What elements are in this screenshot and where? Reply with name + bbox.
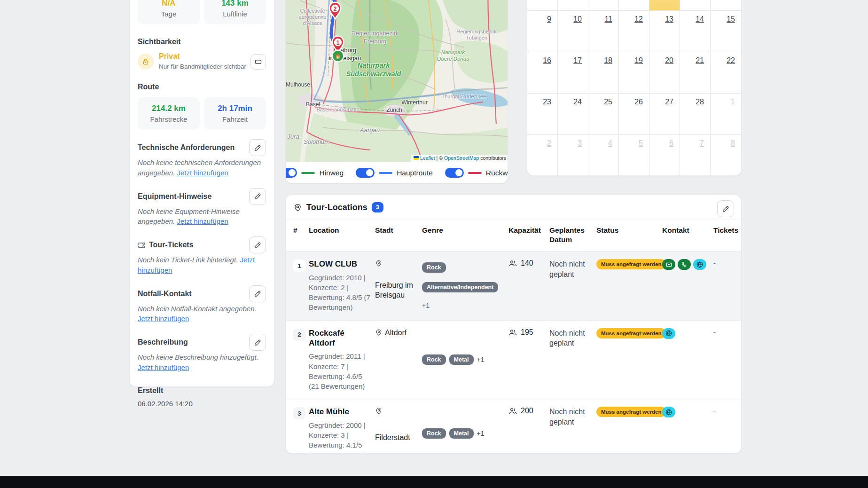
calendar-day-cell[interactable]: 22 <box>711 52 741 94</box>
calendar-day-cell[interactable]: 23 <box>527 94 558 135</box>
legend-toggle-rückweg[interactable] <box>445 168 464 178</box>
calendar-day-link[interactable]: 10 <box>573 15 582 23</box>
calendar-day-cell[interactable] <box>680 0 711 11</box>
calendar-day-cell[interactable] <box>711 0 741 11</box>
calendar-day-cell[interactable]: 6 <box>649 135 680 176</box>
calendar-day-cell[interactable]: 15 <box>711 11 741 52</box>
calendar-day-link[interactable]: 22 <box>727 56 735 64</box>
legend-toggle-hinweg[interactable] <box>285 168 297 178</box>
calendar-day-link[interactable]: 5 <box>639 139 643 147</box>
calendar-day-link[interactable]: 18 <box>604 56 612 64</box>
section-equipment-hinweise: Equipment-HinweiseNoch keine Equipment-H… <box>138 191 266 227</box>
calendar-day-cell[interactable]: 9 <box>527 11 558 52</box>
calendar-day-cell[interactable] <box>588 0 619 11</box>
add-now-link-notfall-kontakt[interactable]: Jetzt hinzufügen <box>138 315 189 323</box>
calendar-day-cell[interactable]: 18 <box>588 52 619 94</box>
calendar-day-link[interactable]: 19 <box>634 56 643 64</box>
home-marker[interactable] <box>331 49 345 63</box>
visibility-badge-button[interactable] <box>250 54 266 70</box>
legend-toggle-hauptroute[interactable] <box>356 168 375 178</box>
leaflet-map[interactable]: Collectivitéeuropéenned'AlsaceRegierungs… <box>286 0 508 162</box>
calendar-day-link[interactable]: 9 <box>547 15 551 23</box>
calendar-day-cell[interactable]: 17 <box>558 52 588 94</box>
calendar-day-cell[interactable]: 14 <box>680 11 711 52</box>
calendar-day-link[interactable]: 28 <box>696 98 704 106</box>
calendar-day-cell[interactable]: 8 <box>711 135 741 176</box>
calendar-day-link[interactable]: 26 <box>634 98 643 106</box>
calendar-day-link[interactable]: 13 <box>665 15 673 23</box>
add-now-link-technische-anforderungen[interactable]: Jetzt hinzufügen <box>177 169 228 177</box>
calendar-day-link[interactable]: 12 <box>634 15 643 23</box>
calendar-day-cell[interactable]: 1 <box>711 94 741 135</box>
calendar-day-cell[interactable]: 24 <box>558 94 588 135</box>
edit-technische-anforderungen-button[interactable] <box>249 139 266 156</box>
calendar-day-link[interactable]: 3 <box>578 139 582 147</box>
legend-line-swatch <box>379 172 392 174</box>
calendar-day-cell[interactable]: 7 <box>680 135 711 176</box>
calendar-day-cell[interactable]: 4 <box>588 135 619 176</box>
leaflet-link[interactable]: Leaflet <box>420 155 435 161</box>
calendar-day-link[interactable]: 14 <box>696 15 704 23</box>
calendar-day-cell[interactable]: 12 <box>619 11 649 52</box>
osm-link[interactable]: OpenStreetMap <box>444 155 479 161</box>
calendar-day-cell[interactable]: 20 <box>649 52 680 94</box>
edit-tour-tickets-button[interactable] <box>249 236 266 253</box>
calendar-day-cell[interactable] <box>558 0 588 11</box>
calendar-day-cell[interactable]: 25 <box>588 94 619 135</box>
calendar-day-link[interactable]: 4 <box>608 139 612 147</box>
calendar-day-link[interactable]: 17 <box>573 56 582 64</box>
calendar-day-cell[interactable] <box>527 0 558 11</box>
calendar-day-link[interactable]: 1 <box>731 98 735 106</box>
edit-notfall-kontakt-button[interactable] <box>249 285 266 302</box>
calendar-day-cell[interactable]: 13 <box>649 11 680 52</box>
calendar-day-link[interactable]: 11 <box>604 15 612 23</box>
calendar-day-cell[interactable]: 26 <box>619 94 649 135</box>
calendar-day-link[interactable]: 24 <box>573 98 582 106</box>
stop-marker-2[interactable]: 2 <box>327 1 343 21</box>
globe-contact-button[interactable] <box>662 407 675 417</box>
table-row-location-3[interactable]: 3Alte MühleGegründet: 2000 | Konzerte: 3… <box>286 399 741 454</box>
add-now-link-beschreibung[interactable]: Jetzt hinzufügen <box>138 363 189 371</box>
calendar-day-cell[interactable]: 10 <box>558 11 588 52</box>
globe-contact-button[interactable] <box>693 259 706 270</box>
edit-equipment-hinweise-button[interactable] <box>249 188 266 205</box>
table-row-location-1[interactable]: 1SLOW CLUBGegründet: 2010 | Konzerte: 2 … <box>286 252 741 320</box>
calendar-day-link[interactable]: 2 <box>547 139 551 147</box>
calendar-day-link[interactable]: 21 <box>696 56 704 64</box>
created-value: 06.02.2026 14:20 <box>138 400 266 408</box>
edit-locations-button[interactable] <box>717 200 734 217</box>
email-contact-button[interactable] <box>662 259 675 270</box>
edit-beschreibung-button[interactable] <box>249 334 266 351</box>
calendar-day-cell[interactable]: 28 <box>680 94 711 135</box>
calendar-day-link[interactable]: 8 <box>731 139 735 147</box>
calendar-day-link[interactable]: 16 <box>543 56 551 64</box>
phone-contact-button[interactable] <box>678 259 691 270</box>
calendar-day-link[interactable]: 25 <box>604 98 612 106</box>
calendar-day-cell[interactable]: 16 <box>527 52 558 94</box>
calendar-day-cell[interactable]: 21 <box>680 52 711 94</box>
calendar-day-cell[interactable]: 19 <box>619 52 649 94</box>
calendar-day-link[interactable]: 23 <box>543 98 551 106</box>
globe-contact-button[interactable] <box>662 328 675 339</box>
calendar-day-cell[interactable]: 3 <box>558 135 588 176</box>
table-row-location-2[interactable]: 2Rockcafé AltdorfGegründet: 2011 | Konze… <box>286 321 741 400</box>
calendar-day-link[interactable]: 20 <box>665 56 673 64</box>
calendar-day-cell[interactable]: 5 <box>619 135 649 176</box>
calendar-day-cell[interactable]: 27 <box>649 94 680 135</box>
calendar-day-link[interactable]: 6 <box>669 139 673 147</box>
calendar-day-cell-highlighted[interactable] <box>649 0 680 11</box>
people-icon <box>508 407 517 416</box>
cell-genre: RockMetal+1 <box>422 407 508 454</box>
section-technische-anforderungen: Technische AnforderungenNoch keine techn… <box>138 142 266 178</box>
cell-planned-date: Noch nicht geplant <box>549 407 596 454</box>
calendar-day-cell[interactable]: 11 <box>588 11 619 52</box>
calendar-day-cell[interactable] <box>619 0 649 11</box>
column-header-: # <box>293 226 309 244</box>
legend-item-rückweg: Rückweg <box>445 168 508 178</box>
calendar-day-link[interactable]: 7 <box>700 139 704 147</box>
add-now-link-equipment-hinweise[interactable]: Jetzt hinzufügen <box>177 217 228 225</box>
calendar-day-link[interactable]: 15 <box>727 15 735 23</box>
calendar-day-cell[interactable]: 2 <box>527 135 558 176</box>
calendar-day-link[interactable]: 27 <box>665 98 673 106</box>
cell-genre: RockAlternative/Independent+1 <box>422 259 508 312</box>
